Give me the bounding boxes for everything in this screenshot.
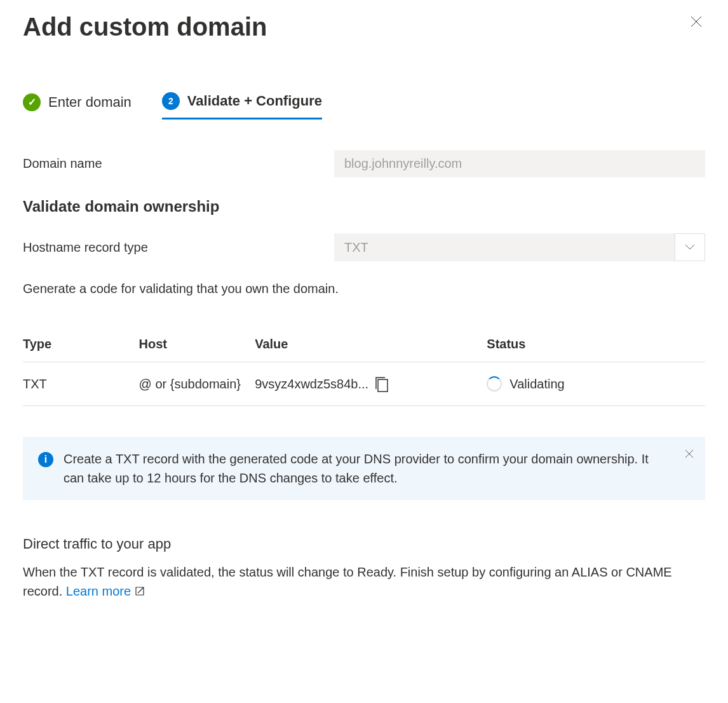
step-label: Validate + Configure <box>187 93 322 109</box>
table-row: TXT @ or {subdomain} 9vsyz4xwdz5s84b... <box>23 362 705 406</box>
learn-more-text: Learn more <box>66 582 131 601</box>
column-header-value: Value <box>255 327 487 362</box>
record-value: 9vsyz4xwdz5s84b... <box>255 377 368 392</box>
generate-code-desc: Generate a code for validating that you … <box>23 282 705 296</box>
checkmark-icon: ✓ <box>28 96 36 108</box>
info-text: Create a TXT record with the generated c… <box>64 449 690 488</box>
step-completed-icon: ✓ <box>23 93 41 111</box>
wizard-steps: ✓ Enter domain 2 Validate + Configure <box>23 92 705 119</box>
column-header-host: Host <box>139 327 255 362</box>
info-close-button[interactable] <box>685 448 694 461</box>
copy-icon <box>374 375 390 393</box>
validate-ownership-heading: Validate domain ownership <box>23 198 705 215</box>
cell-value: 9vsyz4xwdz5s84b... <box>255 362 487 406</box>
hostname-record-label: Hostname record type <box>23 240 334 255</box>
close-button[interactable] <box>687 13 705 33</box>
status-text: Validating <box>509 377 564 392</box>
domain-name-input <box>334 150 705 177</box>
hostname-record-select[interactable]: TXT <box>334 233 705 261</box>
column-header-type: Type <box>23 327 139 362</box>
page-title: Add custom domain <box>23 13 267 41</box>
step-label: Enter domain <box>48 94 131 111</box>
direct-traffic-desc: When the TXT record is validated, the st… <box>23 563 705 601</box>
info-icon: i <box>38 452 53 467</box>
dns-records-table: Type Host Value Status TXT @ or {subdoma… <box>23 327 705 406</box>
external-link-icon <box>135 586 145 596</box>
step-number: 2 <box>168 96 173 106</box>
svg-rect-0 <box>378 379 388 392</box>
select-value: TXT <box>334 234 675 261</box>
domain-name-label: Domain name <box>23 156 334 171</box>
cell-status: Validating <box>487 362 705 406</box>
info-message: i Create a TXT record with the generated… <box>23 437 705 500</box>
close-icon <box>685 449 694 458</box>
cell-type: TXT <box>23 362 139 406</box>
step-current-icon: 2 <box>162 92 180 110</box>
spinner-icon <box>487 376 502 392</box>
close-icon <box>690 15 703 28</box>
step-validate-configure[interactable]: 2 Validate + Configure <box>162 92 322 119</box>
cell-host: @ or {subdomain} <box>139 362 255 406</box>
learn-more-link[interactable]: Learn more <box>66 582 145 601</box>
copy-button[interactable] <box>374 375 390 393</box>
chevron-down-icon <box>675 233 705 261</box>
step-enter-domain[interactable]: ✓ Enter domain <box>23 92 131 119</box>
direct-traffic-heading: Direct traffic to your app <box>23 536 705 552</box>
column-header-status: Status <box>487 327 705 362</box>
